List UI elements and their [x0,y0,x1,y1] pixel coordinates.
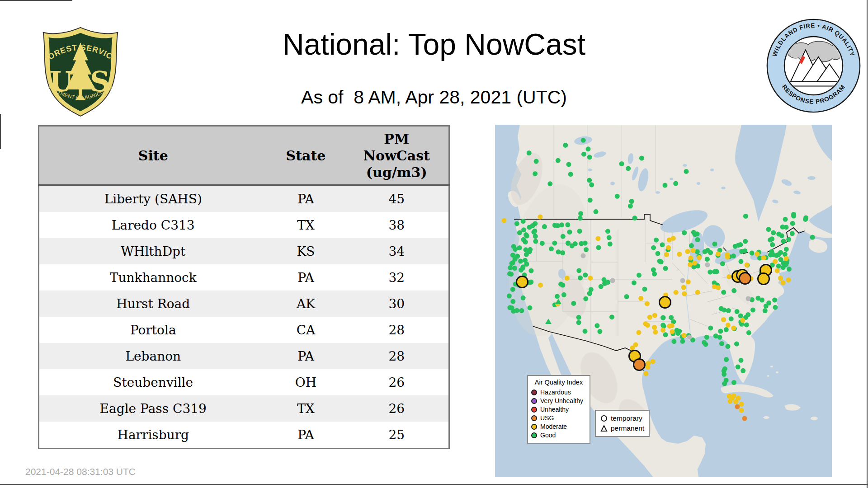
site-marker-moderate [726,274,731,279]
site-marker-moderate [638,296,643,301]
site-marker-good [632,280,637,285]
legend-item-hazardous: Hazardous [531,388,586,397]
site-marker-good [722,366,727,371]
aqi-legend-title: Air Quality Index [531,378,586,387]
site-marker-moderate [688,256,693,261]
site-marker-gray [680,278,685,283]
table-row: HarrisburgPA25 [39,422,449,449]
site-cell: Hurst Road [39,291,267,317]
site-marker-good [528,280,533,285]
site-marker-good [561,234,566,239]
site-marker-good [547,181,552,186]
site-marker-good [682,230,687,235]
pm-nowcast-cell: 28 [345,343,449,369]
site-marker-moderate [739,402,744,407]
site-marker-moderate [596,236,601,241]
site-marker-good [738,314,743,319]
site-marker-good [581,138,586,143]
site-marker-moderate [728,399,733,404]
site-marker-good [594,323,599,328]
site-marker-moderate [652,313,657,318]
site-marker-good [791,212,796,217]
table-row: Laredo C313TX38 [39,212,449,238]
site-marker-good [629,199,634,204]
site-marker-good [529,268,534,273]
site-marker-moderate [755,252,760,257]
site-marker-good [533,221,538,226]
site-marker-good [609,314,614,319]
site-marker-moderate [651,359,656,364]
site-marker-moderate [677,252,682,257]
site-marker-good [743,214,748,219]
state-cell: PA [267,264,345,291]
site-marker-good [520,266,525,271]
site-marker-moderate [731,394,736,399]
site-marker-good [810,235,815,240]
site-marker-moderate [685,249,690,254]
site-marker-moderate [664,252,669,257]
site-marker-good [583,272,588,277]
site-marker-good [549,246,554,251]
site-marker-good [704,335,709,340]
site-marker-good [784,247,789,252]
site-marker-good [663,332,668,337]
site-marker-good [721,290,726,295]
site-marker-good [507,294,512,299]
site-marker-good [705,248,710,253]
site-marker-good [738,242,743,247]
site-marker-good [619,161,624,166]
site-marker-good [719,306,724,311]
site-marker-moderate [502,218,507,223]
site-marker-good [660,242,665,247]
legend-item-label: temporary [611,413,642,423]
site-marker-moderate [741,318,745,323]
site-marker-moderate [697,255,702,260]
site-marker-good [739,249,744,254]
site-marker-good [587,178,592,183]
site-marker-good [656,251,660,256]
site-marker-good [626,166,631,171]
site-marker-good [567,230,572,235]
site-cell: Tunkhannock [39,264,267,291]
site-marker-good [731,253,736,258]
site-marker-good [663,183,668,188]
site-marker-moderate [670,329,675,334]
site-marker-good [755,296,760,300]
site-marker-moderate [745,263,750,267]
site-marker-good [578,276,583,281]
pm-nowcast-cell: 34 [345,238,449,264]
pm-nowcast-cell: 26 [345,369,449,395]
site-marker-good [772,297,777,302]
screen-edge-right [867,0,868,488]
site-marker-good [556,249,561,254]
pm-nowcast-cell: 32 [345,264,449,291]
site-marker-good [577,229,582,234]
site-marker-good [510,287,515,292]
site-marker-good [581,152,586,157]
site-marker-good [739,259,744,264]
site-marker-good [605,229,610,234]
site-marker-moderate [686,279,691,284]
site-marker-moderate [716,251,721,256]
site-marker-good [746,330,751,335]
site-marker-moderate [733,399,738,404]
pm-nowcast-cell: 30 [345,291,449,317]
site-marker-good [615,194,620,199]
site-cell: Liberty (SAHS) [39,185,267,212]
site-marker-good [669,315,674,320]
legend-swatch-icon [531,424,537,430]
site-marker-good [684,169,689,174]
site-marker-good [518,259,523,264]
pm-nowcast-cell: 28 [345,317,449,343]
air-quality-map: Air Quality Index HazardousVery Unhealth… [495,125,832,477]
site-marker-good [642,286,647,291]
site-marker-moderate [691,248,696,253]
site-marker-good [651,267,656,272]
site-marker-good [607,235,612,240]
site-marker-good [576,315,581,320]
site-marker-good [571,301,576,306]
site-marker-good [565,222,570,227]
site-marker-moderate [588,276,593,281]
site-marker-good [660,315,665,320]
site-marker-good [718,329,723,334]
